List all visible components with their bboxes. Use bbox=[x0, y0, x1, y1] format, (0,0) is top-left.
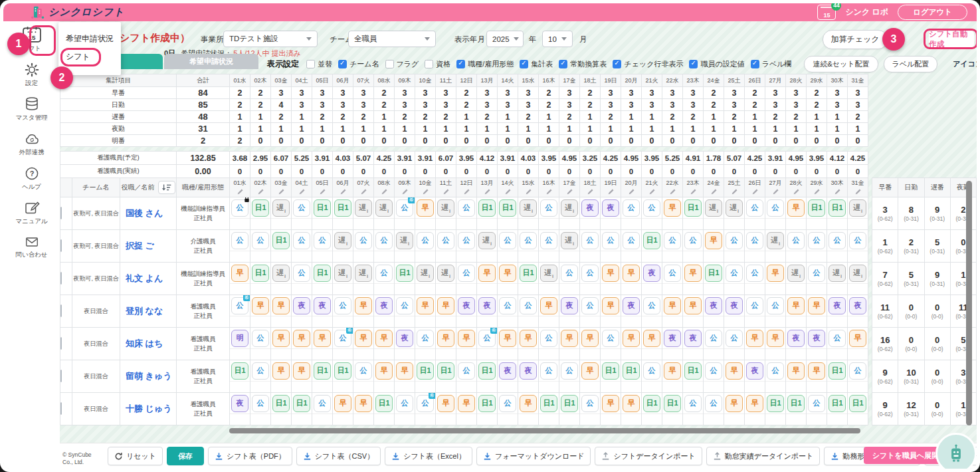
shift-chip[interactable]: 公 bbox=[293, 199, 310, 217]
shift-chip[interactable]: 早 bbox=[787, 297, 805, 314]
shift-chip[interactable]: 早 bbox=[334, 395, 351, 412]
staff-name-link[interactable]: 登別 なな bbox=[120, 295, 177, 328]
edit-day-icon[interactable] bbox=[340, 188, 347, 197]
shift-chip[interactable]: 日1 bbox=[231, 362, 248, 380]
shift-chip[interactable]: 公 bbox=[705, 330, 722, 347]
edit-day-icon[interactable] bbox=[566, 188, 573, 197]
staff-name-link[interactable]: 留萌 きゅう bbox=[120, 360, 177, 393]
robot-calendar-icon[interactable]: 15 44 bbox=[817, 5, 836, 20]
shift-chip[interactable]: 遅i bbox=[849, 199, 866, 217]
shift-chip[interactable]: 早 bbox=[726, 362, 743, 380]
shift-chip[interactable]: 日1 bbox=[293, 395, 310, 412]
display-checkbox-チーム名[interactable]: チーム名 bbox=[338, 59, 379, 69]
shift-chip[interactable]: 日1 bbox=[375, 395, 393, 412]
shift-chip[interactable]: 公 bbox=[355, 362, 372, 380]
shift-chip[interactable]: 早 bbox=[602, 265, 619, 282]
shift-chip[interactable]: 公 bbox=[623, 199, 640, 217]
shift-chip[interactable]: 日1 bbox=[829, 362, 846, 380]
display-checkbox-資格[interactable]: 資格 bbox=[425, 59, 450, 69]
shift-chip[interactable]: 公 bbox=[375, 265, 393, 282]
shift-chip[interactable]: 早 bbox=[355, 395, 372, 412]
staff-name-link[interactable]: 国後 さん bbox=[120, 197, 177, 230]
shift-chip[interactable]: 早 bbox=[437, 395, 454, 412]
shift-chip[interactable]: 早 bbox=[767, 330, 784, 347]
shift-chip[interactable]: 公 bbox=[252, 232, 269, 249]
shift-chip[interactable]: 公 bbox=[808, 265, 825, 282]
shift-chip[interactable]: 遅i bbox=[520, 199, 537, 217]
shift-chip[interactable]: 公 bbox=[581, 395, 599, 412]
office-select[interactable]: TDテスト施設 bbox=[223, 31, 318, 47]
shift-chip[interactable]: 遅i bbox=[561, 232, 578, 249]
shift-chip[interactable]: 公希 bbox=[478, 330, 496, 347]
mascot-robot[interactable] bbox=[935, 433, 977, 469]
tab-request-status[interactable]: 希望申請状況 bbox=[164, 54, 258, 69]
horizontal-scrollbar[interactable] bbox=[229, 428, 860, 433]
shift-chip[interactable]: 公 bbox=[417, 330, 434, 347]
shift-chip[interactable]: 公 bbox=[520, 297, 537, 314]
edit-day-icon[interactable] bbox=[710, 188, 718, 197]
shift-chip[interactable]: 早 bbox=[499, 265, 516, 282]
sidebar-item-4[interactable]: 外部連携 bbox=[3, 126, 60, 161]
shift-chip[interactable]: 早 bbox=[272, 297, 290, 314]
shift-chip[interactable]: 早 bbox=[849, 330, 866, 347]
shift-chip[interactable]: 早 bbox=[808, 362, 825, 380]
shift-chip[interactable]: 日1 bbox=[252, 199, 269, 217]
shift-chip[interactable]: 早 bbox=[458, 395, 475, 412]
shift-chip[interactable]: 日1 bbox=[664, 395, 681, 412]
footer-button-1[interactable]: リセット bbox=[108, 447, 163, 465]
shift-chip[interactable]: 遅i bbox=[417, 265, 434, 282]
shift-chip[interactable]: 公 bbox=[540, 199, 557, 217]
shift-chip[interactable]: 公 bbox=[787, 232, 805, 249]
shift-chip[interactable]: 日1 bbox=[334, 199, 351, 217]
shift-chip[interactable]: 日1 bbox=[437, 362, 454, 380]
footer-button-5[interactable]: シフト表（Excel） bbox=[385, 447, 472, 465]
display-checkbox-職員の設定値[interactable]: 職員の設定値 bbox=[689, 59, 744, 69]
shift-chip[interactable]: 遅i bbox=[726, 199, 743, 217]
shift-chip[interactable]: 遅i bbox=[355, 199, 372, 217]
shift-chip[interactable]: 早 bbox=[602, 395, 619, 412]
shift-chip[interactable]: 公 bbox=[417, 232, 434, 249]
label-placement-button[interactable]: ラベル配置 bbox=[884, 56, 938, 72]
footer-button-7[interactable]: シフトデータインポート bbox=[595, 447, 702, 465]
edit-day-icon[interactable] bbox=[793, 188, 800, 197]
sidebar-item-3[interactable]: マスタ管理 bbox=[3, 92, 60, 126]
shift-chip[interactable]: 早 bbox=[252, 297, 269, 314]
shift-chip[interactable]: 早 bbox=[293, 330, 310, 347]
shift-chip[interactable]: 公 bbox=[396, 297, 413, 314]
shift-chip[interactable]: 公 bbox=[705, 395, 722, 412]
shift-chip[interactable]: 遅i bbox=[355, 265, 372, 282]
edit-day-icon[interactable] bbox=[587, 188, 594, 197]
shift-chip[interactable]: 公 bbox=[829, 232, 846, 249]
shift-chip[interactable]: 夜 bbox=[520, 362, 537, 380]
shift-chip[interactable]: 早 bbox=[684, 297, 702, 314]
staff-name-link[interactable]: 知床 はち bbox=[120, 328, 177, 360]
shift-chip[interactable]: 公 bbox=[808, 395, 825, 412]
shift-chip[interactable]: 日1 bbox=[684, 199, 702, 217]
shift-chip[interactable]: 日1 bbox=[499, 199, 516, 217]
shift-chip[interactable]: 日1 bbox=[478, 199, 496, 217]
edit-day-icon[interactable] bbox=[442, 188, 450, 197]
shift-chip[interactable]: 夜 bbox=[726, 297, 743, 314]
shift-chip[interactable]: 早 bbox=[375, 362, 393, 380]
shift-chip[interactable]: 日1 bbox=[787, 395, 805, 412]
shift-chip[interactable]: 日1 bbox=[561, 395, 578, 412]
display-checkbox-並替[interactable]: 並替 bbox=[306, 59, 332, 69]
shift-chip[interactable]: 夜 bbox=[643, 265, 660, 282]
shift-chip[interactable]: 遅i bbox=[272, 199, 290, 217]
shift-chip[interactable]: 公 bbox=[726, 330, 743, 347]
shift-chip[interactable]: 公 bbox=[252, 395, 269, 412]
shift-chip[interactable]: 早 bbox=[231, 265, 248, 282]
footer-button-3[interactable]: シフト表（PDF） bbox=[208, 447, 292, 465]
menu-item-shift[interactable]: シフト bbox=[58, 48, 121, 66]
shift-chip[interactable]: 夜 bbox=[664, 330, 681, 347]
shift-chip[interactable]: 日1 bbox=[829, 199, 846, 217]
edit-day-icon[interactable] bbox=[257, 188, 264, 197]
shift-chip[interactable]: 日1 bbox=[623, 362, 640, 380]
deploy-shift-button[interactable]: シフトを職員へ展開 bbox=[864, 447, 947, 464]
shift-chip[interactable]: 日1 bbox=[705, 265, 722, 282]
shift-chip[interactable]: 公 bbox=[458, 265, 475, 282]
shift-chip[interactable]: 公 bbox=[581, 232, 599, 249]
shift-chip[interactable]: 早 bbox=[602, 297, 619, 314]
edit-day-icon[interactable] bbox=[525, 188, 532, 197]
sort-icon[interactable] bbox=[158, 181, 175, 194]
